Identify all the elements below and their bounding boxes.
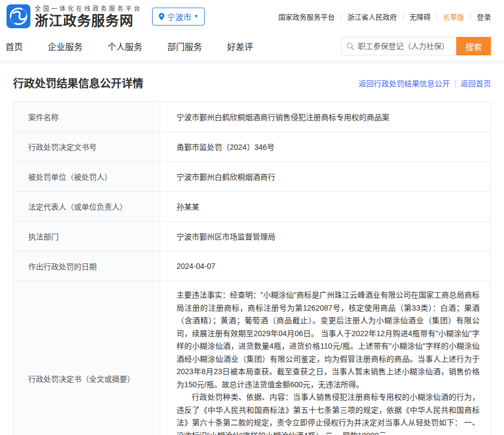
search-icon (346, 42, 355, 51)
city-selector-label: 宁波市 (167, 11, 192, 22)
divider: | (436, 12, 438, 20)
site-logo[interactable]: 全国一体化在线政务服务平台 浙江政务服务网 (7, 4, 142, 29)
row-label-document-number: 行政处罚决定文书号 (14, 132, 160, 162)
row-label-penalty-date: 作出行政处罚的日期 (14, 251, 160, 281)
divider: | (454, 79, 456, 87)
back-to-home-link[interactable]: 返回首页 (461, 78, 491, 89)
row-value-legal-representative: 孙某某 (160, 192, 491, 222)
zhejiang-gov-logo-icon (7, 4, 30, 28)
platform-label: 全国一体化在线政务服务平台 (35, 4, 142, 12)
nav-item-rating[interactable]: 好差评 (227, 40, 253, 53)
page-title: 行政处罚结果信息公开详情 (13, 75, 143, 91)
site-name: 浙江政务服务网 (35, 12, 142, 29)
divider: | (470, 12, 471, 20)
table-row: 法定代表人（或单位负责人） 孙某某 (14, 192, 491, 222)
penalty-detail-table: 案件名称 宁波市鄞州白鹤欣桐烟酒商行销售侵犯注册商标专用权的商品案 行政处罚决定… (13, 102, 491, 435)
site-title-block: 全国一体化在线政务服务平台 浙江政务服务网 (35, 4, 142, 29)
chevron-down-icon: ▼ (194, 14, 199, 19)
top-header: 全国一体化在线政务服务平台 浙江政务服务网 宁波市 ▼ 国家政务服务平台 | 浙… (0, 0, 504, 33)
link-accessibility[interactable]: 无障碍 (410, 11, 431, 22)
row-label-punished-party: 被处罚单位（被处罚人） (14, 162, 160, 192)
link-login[interactable]: 登录 (477, 11, 491, 22)
row-label-legal-representative: 法定代表人（或单位负责人） (14, 192, 160, 222)
link-national-platform[interactable]: 国家政务服务平台 (278, 11, 335, 22)
table-row: 执法部门 宁波市鄞州区市场监督管理局 (14, 222, 491, 251)
content-card: 行政处罚结果信息公开详情 返回行政处罚结果信息公开 | 返回首页 案件名称 宁波… (0, 64, 504, 435)
table-row: 被处罚单位（被处罚人） 宁波市鄞州白鹤欣桐烟酒商行 (14, 162, 491, 192)
search-box (341, 37, 456, 55)
title-row: 行政处罚结果信息公开详情 返回行政处罚结果信息公开 | 返回首页 (13, 75, 491, 91)
row-label-enforcement-department: 执法部门 (14, 222, 160, 251)
nav-item-personal-services[interactable]: 个人服务 (108, 40, 142, 53)
city-selector-button[interactable]: 宁波市 ▼ (152, 8, 205, 26)
link-elder-version[interactable]: 长辈版 (443, 11, 464, 22)
nav-item-department-services[interactable]: 部门服务 (167, 40, 202, 53)
row-value-document-number: 甬鄞市监处罚〔2024〕346号 (160, 132, 491, 162)
back-links: 返回行政处罚结果信息公开 | 返回首页 (358, 78, 491, 89)
table-row: 作出行政处罚的日期 2024-04-07 (14, 251, 491, 281)
search-button[interactable]: 搜索 (456, 37, 491, 55)
row-value-enforcement-department: 宁波市鄞州区市场监督管理局 (160, 222, 491, 251)
main-nav: 首页 企业服务 个人服务 部门服务 好差评 搜索 (0, 33, 504, 60)
back-to-list-link[interactable]: 返回行政处罚结果信息公开 (358, 78, 450, 89)
top-links: 国家政务服务平台 | 浙江省人民政府 | 无障碍 | 长辈版 | 登录 (278, 11, 491, 22)
row-value-case-name: 宁波市鄞州白鹤欣桐烟酒商行销售侵犯注册商标专用权的商品案 (160, 102, 491, 132)
search-input[interactable] (358, 42, 452, 51)
table-row: 案件名称 宁波市鄞州白鹤欣桐烟酒商行销售侵犯注册商标专用权的商品案 (14, 102, 491, 132)
decision-paragraph-facts: 主要违法事实：经查明："小糊涂仙"商标是广州珠江云峰酒业有限公司在国家工商总局商… (177, 289, 480, 391)
row-value-punished-party: 宁波市鄞州白鹤欣桐烟酒商行 (160, 162, 491, 192)
row-label-case-name: 案件名称 (14, 102, 160, 132)
table-row: 行政处罚决定书（全文或摘要） 主要违法事实：经查明："小糊涂仙"商标是广州珠江云… (14, 281, 491, 435)
nav-item-home[interactable]: 首页 (5, 40, 23, 53)
divider: | (402, 12, 404, 20)
row-value-penalty-date: 2024-04-07 (160, 251, 491, 281)
divider: | (340, 12, 342, 20)
row-label-decision-document: 行政处罚决定书（全文或摘要） (14, 281, 160, 435)
search-area: 搜索 (341, 37, 491, 55)
link-zhejiang-gov[interactable]: 浙江省人民政府 (348, 11, 397, 22)
nav-items: 首页 企业服务 个人服务 部门服务 好差评 (5, 40, 253, 53)
decision-paragraph-penalty: 行政处罚种类、依据、内容：当事人销售侵犯注册商标专用权的小糊涂仙酒的行为，违反了… (177, 391, 480, 435)
location-pin-icon (158, 12, 165, 21)
nav-item-enterprise-services[interactable]: 企业服务 (48, 40, 83, 53)
table-row: 行政处罚决定文书号 甬鄞市监处罚〔2024〕346号 (14, 132, 491, 162)
row-value-decision-document: 主要违法事实：经查明："小糊涂仙"商标是广州珠江云峰酒业有限公司在国家工商总局商… (160, 281, 491, 435)
